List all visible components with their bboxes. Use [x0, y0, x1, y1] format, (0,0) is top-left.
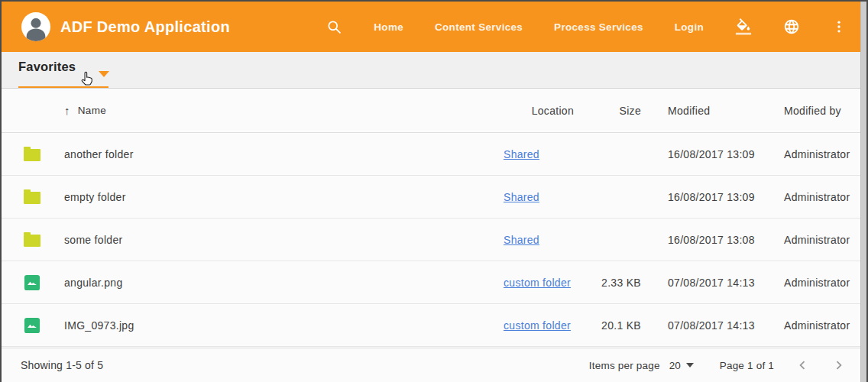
pagination-controls: Items per page 20 Page 1 of 1 [589, 357, 847, 374]
folder-icon [24, 149, 40, 161]
table-row[interactable]: some folder Shared 16/08/2017 13:08 Admi… [2, 219, 866, 261]
modified-date: 07/08/2017 14:13 [641, 319, 771, 332]
pagination-bar: Showing 1-5 of 5 Items per page 20 Page … [2, 348, 861, 382]
chevron-right-icon [831, 357, 847, 374]
file-name: some folder [64, 234, 504, 246]
folder-icon [24, 192, 40, 204]
column-header-name[interactable]: ↑ Name [64, 104, 504, 117]
table-row[interactable]: empty folder Shared 16/08/2017 13:09 Adm… [2, 176, 866, 219]
modified-by: Administrator [771, 234, 866, 246]
items-per-page-select[interactable]: 20 [669, 360, 694, 371]
file-name: IMG_0973.jpg [64, 319, 504, 332]
modified-by: Administrator [771, 191, 866, 203]
column-header-location[interactable]: Location [504, 105, 576, 117]
location-link[interactable]: Shared [504, 234, 539, 246]
nav-item-home[interactable]: Home [374, 21, 403, 33]
image-icon [24, 274, 40, 291]
page-indicator-label: Page 1 of 1 [720, 360, 774, 371]
file-name: angular.png [64, 277, 504, 289]
view-switcher-bar: Favorites [2, 52, 866, 89]
next-page-button[interactable] [831, 357, 847, 374]
app-header: ADF Demo Application Home Content Servic… [2, 2, 866, 52]
column-header-modified-by[interactable]: Modified by [771, 105, 866, 117]
sort-ascending-icon: ↑ [64, 104, 70, 117]
modified-by: Administrator [771, 319, 866, 332]
search-button[interactable] [326, 19, 342, 35]
modified-date: 07/08/2017 14:13 [641, 277, 771, 289]
chevron-left-icon [794, 357, 811, 374]
column-header-name-label: Name [78, 105, 106, 116]
app-window: ADF Demo Application Home Content Servic… [0, 0, 868, 382]
nav-item-login[interactable]: Login [675, 21, 704, 33]
folder-icon [24, 235, 40, 247]
modified-by: Administrator [771, 277, 866, 289]
previous-page-button[interactable] [794, 357, 811, 374]
modified-date: 16/08/2017 13:08 [641, 234, 771, 246]
nav-item-process-services[interactable]: Process Services [554, 21, 643, 33]
globe-icon [783, 18, 800, 35]
search-icon [326, 19, 342, 35]
table-body: another folder Shared 16/08/2017 13:09 A… [2, 133, 866, 347]
table-row[interactable]: angular.png custom folder 2.33 KB 07/08/… [2, 261, 866, 304]
showing-range-label: Showing 1-5 of 5 [21, 359, 103, 371]
scrollbar[interactable] [860, 2, 866, 382]
nav-item-content-services[interactable]: Content Services [435, 21, 523, 33]
theme-picker-button[interactable] [735, 18, 752, 35]
column-header-size[interactable]: Size [576, 105, 641, 117]
file-size: 2.33 KB [576, 277, 641, 289]
items-per-page-label: Items per page [589, 360, 660, 371]
avatar[interactable] [21, 12, 50, 41]
app-title: ADF Demo Application [60, 18, 230, 36]
file-name: another folder [64, 148, 504, 160]
items-per-page-caret-icon [686, 363, 694, 367]
items-per-page-value: 20 [669, 360, 681, 371]
modified-date: 16/08/2017 13:09 [641, 148, 771, 160]
more-vert-icon [831, 19, 847, 34]
more-menu-button[interactable] [831, 19, 847, 34]
person-icon [21, 12, 50, 41]
location-link[interactable]: custom folder [504, 277, 571, 289]
hand-cursor-icon [79, 70, 96, 90]
column-header-modified[interactable]: Modified [641, 105, 771, 117]
file-size: 20.1 KB [576, 319, 641, 332]
modified-by: Administrator [771, 148, 866, 160]
file-name: empty folder [64, 191, 504, 203]
document-list: ↑ Name Location Size Modified Modified b… [2, 89, 866, 347]
favorites-dropdown[interactable]: Favorites [18, 60, 76, 74]
modified-date: 16/08/2017 13:09 [641, 191, 771, 203]
location-link[interactable]: custom folder [504, 319, 571, 332]
language-button[interactable] [783, 18, 800, 35]
table-header-row: ↑ Name Location Size Modified Modified b… [2, 89, 866, 133]
header-nav: Home Content Services Process Services L… [326, 18, 847, 35]
image-icon [24, 317, 40, 334]
table-row[interactable]: IMG_0973.jpg custom folder 20.1 KB 07/08… [2, 304, 866, 347]
location-link[interactable]: Shared [504, 191, 539, 203]
color-fill-icon [735, 18, 752, 35]
chevron-down-icon[interactable] [99, 71, 109, 77]
table-row[interactable]: another folder Shared 16/08/2017 13:09 A… [2, 133, 866, 176]
location-link[interactable]: Shared [504, 148, 539, 160]
